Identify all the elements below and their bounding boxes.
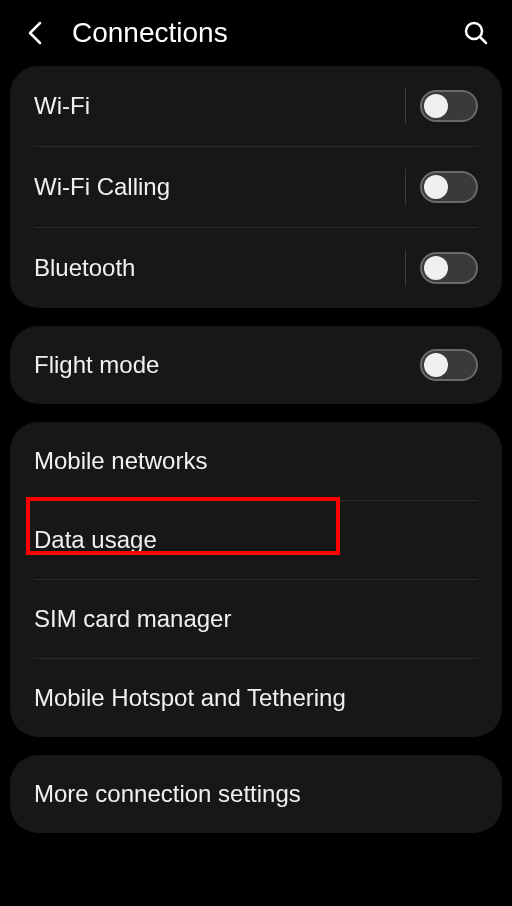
toggle-container — [420, 349, 478, 381]
toggle-knob — [424, 94, 448, 118]
flight-mode-toggle[interactable] — [420, 349, 478, 381]
search-icon[interactable] — [460, 17, 492, 49]
item-flight-mode[interactable]: Flight mode — [10, 326, 502, 404]
page-title: Connections — [72, 17, 460, 49]
group-mobile: Mobile networks Data usage SIM card mana… — [10, 422, 502, 737]
item-label: Wi-Fi Calling — [34, 173, 405, 201]
back-icon[interactable] — [20, 17, 52, 49]
vertical-divider — [405, 250, 406, 286]
item-label: Mobile Hotspot and Tethering — [34, 684, 478, 712]
item-label: Mobile networks — [34, 447, 478, 475]
item-label: SIM card manager — [34, 605, 478, 633]
item-wifi-calling[interactable]: Wi-Fi Calling — [10, 147, 502, 227]
group-more: More connection settings — [10, 755, 502, 833]
header: Connections — [0, 0, 512, 66]
item-data-usage[interactable]: Data usage — [10, 501, 502, 579]
item-label: More connection settings — [34, 780, 478, 808]
item-mobile-networks[interactable]: Mobile networks — [10, 422, 502, 500]
toggle-container — [405, 88, 478, 124]
item-label: Data usage — [34, 526, 478, 554]
item-label: Bluetooth — [34, 254, 405, 282]
item-wifi[interactable]: Wi-Fi — [10, 66, 502, 146]
toggle-container — [405, 250, 478, 286]
item-more-connection-settings[interactable]: More connection settings — [10, 755, 502, 833]
toggle-knob — [424, 175, 448, 199]
item-label: Flight mode — [34, 351, 420, 379]
bluetooth-toggle[interactable] — [420, 252, 478, 284]
group-wireless: Wi-Fi Wi-Fi Calling Bluetooth — [10, 66, 502, 308]
vertical-divider — [405, 88, 406, 124]
group-flight: Flight mode — [10, 326, 502, 404]
item-bluetooth[interactable]: Bluetooth — [10, 228, 502, 308]
toggle-container — [405, 169, 478, 205]
wifi-toggle[interactable] — [420, 90, 478, 122]
content: Wi-Fi Wi-Fi Calling Bluetooth — [0, 66, 512, 833]
toggle-knob — [424, 353, 448, 377]
item-sim-card-manager[interactable]: SIM card manager — [10, 580, 502, 658]
item-label: Wi-Fi — [34, 92, 405, 120]
toggle-knob — [424, 256, 448, 280]
vertical-divider — [405, 169, 406, 205]
wifi-calling-toggle[interactable] — [420, 171, 478, 203]
item-mobile-hotspot[interactable]: Mobile Hotspot and Tethering — [10, 659, 502, 737]
